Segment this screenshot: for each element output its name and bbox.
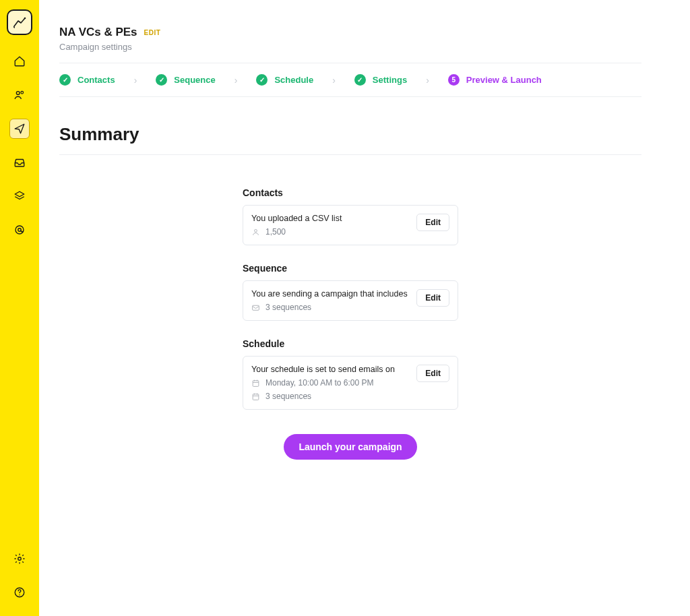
home-icon (13, 55, 26, 67)
user-icon (251, 228, 260, 237)
schedule-time: Monday, 10:00 AM to 6:00 PM (265, 378, 374, 388)
users-icon (13, 89, 26, 101)
nav-email[interactable] (9, 220, 30, 240)
chevron-right-icon: › (134, 75, 137, 86)
page-header: NA VCs & PEs EDIT (59, 26, 641, 39)
sidebar-bottom (9, 549, 30, 616)
contacts-line: You uploaded a CSV list (251, 214, 342, 223)
inbox-icon (13, 156, 26, 168)
check-icon: ✓ (256, 74, 268, 86)
schedule-count: 3 sequences (265, 392, 311, 401)
edit-campaign-link[interactable]: EDIT (144, 29, 161, 36)
step-preview[interactable]: 5 Preview & Launch (448, 74, 542, 86)
sequence-card: You are sending a campaign that includes… (243, 280, 458, 321)
step-number: 5 (448, 74, 460, 86)
step-settings[interactable]: ✓ Settings (354, 74, 407, 86)
logo[interactable] (7, 9, 32, 35)
chevron-right-icon: › (426, 75, 429, 86)
sequence-content: You are sending a campaign that includes… (251, 289, 408, 312)
launch-campaign-button[interactable]: Launch your campaign (284, 434, 416, 460)
step-schedule[interactable]: ✓ Schedule (256, 74, 313, 86)
contacts-count: 1,500 (265, 227, 286, 237)
step-contacts[interactable]: ✓ Contacts (59, 74, 115, 86)
calendar-icon (251, 392, 260, 401)
contacts-count-row: 1,500 (251, 227, 342, 237)
edit-schedule-button[interactable]: Edit (416, 365, 449, 382)
check-icon: ✓ (156, 74, 167, 86)
svg-point-8 (255, 229, 257, 232)
svg-rect-9 (253, 305, 259, 310)
sidebar (0, 0, 39, 616)
svg-point-3 (15, 226, 24, 234)
sequence-count-row: 3 sequences (251, 303, 408, 312)
schedule-count-row: 3 sequences (251, 392, 395, 401)
contacts-title: Contacts (243, 187, 458, 198)
svg-point-0 (24, 18, 26, 20)
schedule-card: Your schedule is set to send emails on M… (243, 356, 458, 410)
step-label: Schedule (274, 75, 313, 85)
campaign-title: NA VCs & PEs (59, 26, 137, 39)
unicorn-icon (11, 14, 28, 30)
calendar-icon (251, 379, 260, 388)
svg-point-7 (19, 594, 20, 596)
chevron-right-icon: › (234, 75, 238, 86)
svg-rect-10 (253, 380, 259, 386)
summary-divider (59, 154, 641, 155)
svg-rect-11 (253, 394, 259, 400)
svg-point-2 (21, 91, 24, 94)
gear-icon (13, 553, 26, 565)
campaign-subtitle: Campaign settings (59, 42, 641, 52)
schedule-line: Your schedule is set to send emails on (251, 365, 395, 374)
nav-help[interactable] (9, 582, 30, 603)
send-icon (13, 123, 26, 135)
contacts-card: You uploaded a CSV list 1,500 Edit (243, 205, 458, 245)
nav-home[interactable] (9, 51, 30, 71)
svg-point-5 (18, 557, 22, 561)
nav-list (9, 51, 30, 240)
sequence-count: 3 sequences (265, 303, 311, 312)
contacts-content: You uploaded a CSV list 1,500 (251, 214, 342, 237)
step-wizard: ✓ Contacts › ✓ Sequence › ✓ Schedule › ✓… (59, 63, 641, 97)
nav-templates[interactable] (9, 186, 30, 206)
step-label: Contacts (77, 75, 115, 85)
step-label: Preview & Launch (466, 75, 542, 85)
summary-heading: Summary (59, 124, 641, 145)
nav-inbox[interactable] (9, 152, 30, 173)
schedule-time-row: Monday, 10:00 AM to 6:00 PM (251, 378, 395, 388)
at-icon (13, 224, 26, 236)
nav-settings[interactable] (9, 549, 30, 569)
nav-contacts[interactable] (9, 85, 30, 105)
schedule-content: Your schedule is set to send emails on M… (251, 365, 395, 401)
check-icon: ✓ (354, 74, 366, 86)
step-label: Settings (373, 75, 407, 85)
sequence-line: You are sending a campaign that includes (251, 289, 408, 299)
edit-contacts-button[interactable]: Edit (416, 214, 449, 231)
nav-campaigns[interactable] (9, 119, 30, 139)
svg-point-1 (16, 92, 20, 95)
launch-wrap: Launch your campaign (243, 434, 458, 460)
sequence-title: Sequence (243, 263, 458, 274)
layers-icon (13, 190, 26, 202)
edit-sequence-button[interactable]: Edit (416, 289, 449, 307)
chevron-right-icon: › (332, 75, 336, 86)
schedule-title: Schedule (243, 338, 458, 349)
step-label: Sequence (174, 75, 215, 85)
help-icon (13, 586, 26, 598)
summary-blocks: Contacts You uploaded a CSV list 1,500 E… (243, 187, 458, 460)
mail-icon (251, 303, 260, 312)
main-content: NA VCs & PEs EDIT Campaign settings ✓ Co… (39, 0, 690, 460)
step-sequence[interactable]: ✓ Sequence (156, 74, 215, 86)
check-icon: ✓ (59, 74, 71, 86)
